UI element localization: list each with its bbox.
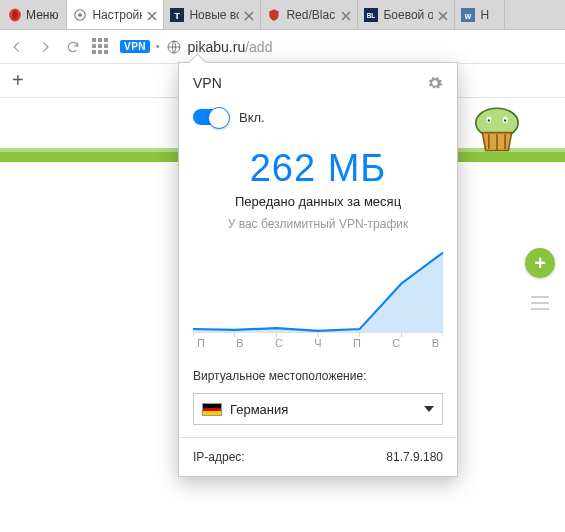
svg-point-14 xyxy=(488,119,490,121)
vpn-toggle[interactable] xyxy=(193,109,229,125)
new-tab-button[interactable]: + xyxy=(12,69,24,92)
vpn-location-select[interactable]: Германия xyxy=(193,393,443,425)
chart-day-label: С xyxy=(275,337,283,349)
bl-square-icon: BL xyxy=(364,8,378,22)
vpn-data-amount: 262 МБ xyxy=(179,141,457,190)
vpn-location-label: Виртуальное местоположение: xyxy=(179,363,457,389)
gear-icon xyxy=(73,8,87,22)
chevron-down-icon xyxy=(424,406,434,412)
back-button[interactable] xyxy=(8,38,26,56)
vpn-usage-chart xyxy=(179,237,457,337)
tab-item[interactable]: w Н xyxy=(455,0,505,29)
tab-label: Red/Black T xyxy=(286,8,336,22)
reload-button[interactable] xyxy=(64,38,82,56)
menu-button[interactable]: Меню xyxy=(0,0,67,29)
forward-button[interactable] xyxy=(36,38,54,56)
chart-day-label: Ч xyxy=(314,337,321,349)
svg-point-15 xyxy=(504,119,506,121)
tab-item[interactable]: BL Боевой отч xyxy=(358,0,455,29)
url-text: pikabu.ru/add xyxy=(188,39,273,55)
add-fab-button[interactable]: + xyxy=(525,248,555,278)
side-menu-button[interactable] xyxy=(531,296,549,310)
close-icon[interactable] xyxy=(147,10,157,20)
muffin-icon xyxy=(471,105,523,157)
tab-settings[interactable]: Настройки xyxy=(67,0,164,29)
svg-text:BL: BL xyxy=(367,11,376,18)
vk-icon: w xyxy=(461,8,475,22)
vpn-location-value: Германия xyxy=(230,402,416,417)
gear-icon[interactable] xyxy=(427,75,443,91)
chart-day-label: В xyxy=(432,337,439,349)
side-buttons: + xyxy=(525,248,555,310)
globe-icon xyxy=(166,39,182,55)
tab-label: Боевой отч xyxy=(383,8,433,22)
vpn-ip-value: 81.7.9.180 xyxy=(386,450,443,464)
vpn-data-caption: Передано данных за месяц xyxy=(179,194,457,209)
tab-label: Новые воп xyxy=(189,8,239,22)
flag-germany-icon xyxy=(202,403,222,416)
toolbar: VPN • pikabu.ru/add xyxy=(0,30,565,64)
speed-dial-button[interactable] xyxy=(92,38,110,56)
vpn-title: VPN xyxy=(193,75,222,91)
svg-text:T: T xyxy=(175,10,181,20)
vpn-chart-days: ПВСЧПСВ xyxy=(179,337,457,363)
chart-day-label: П xyxy=(353,337,361,349)
vpn-ip-label: IP-адрес: xyxy=(193,450,245,464)
tab-label: Настройки xyxy=(92,8,142,22)
url-host: pikabu.ru xyxy=(188,39,246,55)
menu-label: Меню xyxy=(26,8,58,22)
svg-text:w: w xyxy=(464,11,472,20)
vpn-popup: VPN Вкл. 262 МБ Передано данных за месяц… xyxy=(178,62,458,477)
url-path: /add xyxy=(245,39,272,55)
chart-day-label: П xyxy=(197,337,205,349)
t-square-icon: T xyxy=(170,8,184,22)
tab-item[interactable]: T Новые воп xyxy=(164,0,261,29)
opera-icon xyxy=(8,8,22,22)
chart-day-label: С xyxy=(392,337,400,349)
tab-item[interactable]: Red/Black T xyxy=(261,0,358,29)
vpn-data-subcaption: У вас безлимитный VPN-трафик xyxy=(179,217,457,237)
svg-point-3 xyxy=(79,13,83,17)
tab-strip: Меню Настройки T Новые воп Red/Black T B… xyxy=(0,0,565,30)
vpn-toggle-label: Вкл. xyxy=(239,110,265,125)
svg-point-1 xyxy=(12,10,18,19)
chart-day-label: В xyxy=(236,337,243,349)
red-shield-icon xyxy=(267,8,281,22)
vpn-badge[interactable]: VPN xyxy=(120,40,150,53)
tab-label: Н xyxy=(480,8,498,22)
separator-dot: • xyxy=(156,41,160,52)
close-icon[interactable] xyxy=(341,10,351,20)
close-icon[interactable] xyxy=(438,10,448,20)
close-icon[interactable] xyxy=(244,10,254,20)
